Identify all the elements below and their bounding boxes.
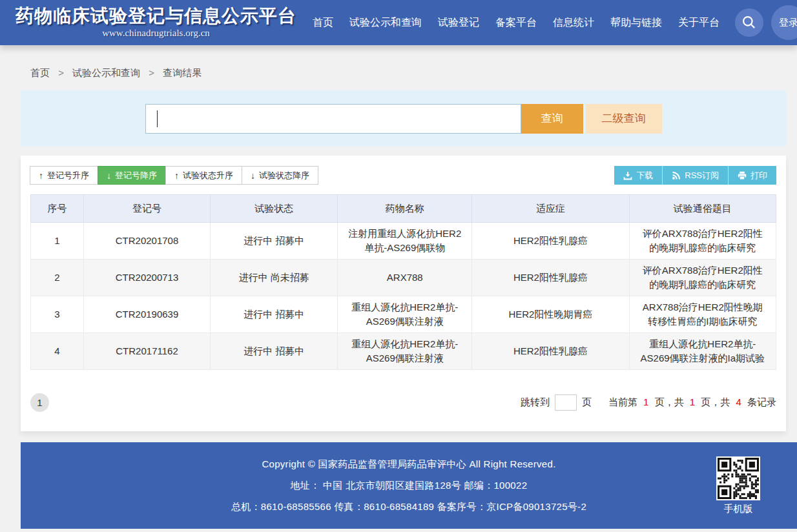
summary-mid: 页，共 bbox=[701, 396, 730, 407]
search-band: 查询 二级查询 bbox=[21, 90, 786, 147]
cell-trial-status: 进行中 招募中 bbox=[211, 223, 338, 260]
nav-item-about[interactable]: 关于平台 bbox=[678, 16, 719, 30]
cell-drug-name: 注射用重组人源化抗HER2单抗-AS269偶联物 bbox=[338, 223, 472, 260]
cell-trial-status: 进行中 招募中 bbox=[211, 296, 338, 333]
arrow-down-icon: ↓ bbox=[251, 170, 255, 181]
col-header-index: 序号 bbox=[31, 195, 84, 223]
table-row[interactable]: 1 CTR20201708 进行中 招募中 注射用重组人源化抗HER2单抗-AS… bbox=[31, 223, 776, 260]
cell-indication: HER2阳性晚期胃癌 bbox=[472, 296, 629, 333]
search-icon bbox=[741, 14, 758, 31]
action-label: RSS订阅 bbox=[685, 170, 719, 181]
jump-unit: 页 bbox=[582, 396, 592, 409]
results-table: 序号 登记号 试验状态 药物名称 适应症 试验通俗题目 1 CTR2020170… bbox=[30, 194, 776, 370]
cell-trial-title: 评价ARX788治疗HER2阳性的晚期乳腺癌的临床研究 bbox=[629, 260, 776, 296]
site-title: 药物临床试验登记与信息公示平台 bbox=[16, 6, 296, 26]
cell-indication: HER2阳性乳腺癌 bbox=[472, 333, 629, 370]
arrow-down-icon: ↓ bbox=[107, 170, 111, 181]
action-label: 下载 bbox=[636, 170, 653, 181]
breadcrumb: 首页 > 试验公示和查询 > 查询结果 bbox=[0, 45, 797, 90]
sort-status-desc-button[interactable]: ↓ 试验状态降序 bbox=[242, 166, 318, 185]
cell-drug-name: ARX788 bbox=[338, 260, 472, 296]
cell-index: 3 bbox=[31, 296, 84, 333]
breadcrumb-trial-search[interactable]: 试验公示和查询 bbox=[72, 67, 140, 78]
jump-label: 跳转到 bbox=[521, 396, 550, 409]
mobile-version-label: 手机版 bbox=[716, 503, 760, 515]
header-search-button[interactable] bbox=[735, 8, 763, 37]
cell-registration-no: CTR20200713 bbox=[83, 260, 210, 296]
text-caret bbox=[157, 110, 158, 127]
table-row[interactable]: 3 CTR20190639 进行中 招募中 重组人源化抗HER2单抗-AS269… bbox=[31, 296, 776, 333]
cell-registration-no: CTR20171162 bbox=[83, 333, 210, 370]
cell-index: 2 bbox=[31, 260, 84, 296]
sort-status-asc-button[interactable]: ↑ 试验状态升序 bbox=[165, 166, 242, 185]
breadcrumb-separator: > bbox=[58, 67, 64, 78]
cell-trial-status: 进行中 招募中 bbox=[211, 333, 338, 370]
results-card: ↑ 登记号升序 ↓ 登记号降序 ↑ 试验状态升序 ↓ 试验状态降序 bbox=[21, 156, 786, 431]
cell-indication: HER2阳性乳腺癌 bbox=[472, 223, 629, 260]
pagination: 1 跳转到 页 当前第 1 页，共 1 页，共 4 条记录 bbox=[30, 393, 776, 412]
print-icon bbox=[738, 171, 747, 180]
nav-item-help-links[interactable]: 帮助与链接 bbox=[610, 16, 662, 30]
action-button-group: 下载 RSS订阅 bbox=[614, 166, 776, 185]
search-box: 查询 二级查询 bbox=[145, 104, 662, 134]
sort-regno-desc-button[interactable]: ↓ 登记号降序 bbox=[98, 166, 166, 185]
col-header-trial-status: 试验状态 bbox=[211, 195, 338, 223]
site-header: 药物临床试验登记与信息公示平台 www.chinadrugtrials.org.… bbox=[0, 0, 797, 45]
sort-label: 登记号升序 bbox=[47, 170, 89, 181]
col-header-trial-title: 试验通俗题目 bbox=[629, 195, 776, 223]
qr-code-image bbox=[718, 458, 759, 499]
login-label: 登录 bbox=[779, 17, 797, 29]
site-logo[interactable]: 药物临床试验登记与信息公示平台 www.chinadrugtrials.org.… bbox=[16, 6, 296, 39]
search-input[interactable] bbox=[145, 104, 521, 134]
cell-trial-title: 评价ARX788治疗HER2阳性的晚期乳腺癌的临床研究 bbox=[629, 223, 776, 260]
cell-trial-status: 进行中 尚未招募 bbox=[211, 260, 338, 296]
results-toolbar: ↑ 登记号升序 ↓ 登记号降序 ↑ 试验状态升序 ↓ 试验状态降序 bbox=[30, 166, 776, 185]
total-records-number: 4 bbox=[736, 396, 741, 407]
sort-label: 登记号降序 bbox=[115, 170, 157, 181]
col-header-drug-name: 药物名称 bbox=[338, 195, 472, 223]
table-row[interactable]: 2 CTR20200713 进行中 尚未招募 ARX788 HER2阳性乳腺癌 … bbox=[31, 260, 776, 296]
cell-drug-name: 重组人源化抗HER2单抗-AS269偶联注射液 bbox=[338, 296, 472, 333]
download-icon bbox=[623, 171, 632, 180]
jump-page-input[interactable] bbox=[555, 394, 577, 411]
print-button[interactable]: 打印 bbox=[728, 166, 776, 185]
action-label: 打印 bbox=[750, 170, 767, 181]
main-nav: 首页 试验公示和查询 试验登记 备案平台 信息统计 帮助与链接 关于平台 bbox=[296, 16, 719, 30]
cell-trial-title: 重组人源化抗HER2单抗-AS269偶联注射液的Ia期试验 bbox=[629, 333, 776, 370]
rss-button[interactable]: RSS订阅 bbox=[662, 166, 728, 185]
nav-item-trial-search[interactable]: 试验公示和查询 bbox=[349, 16, 422, 30]
sort-button-group: ↑ 登记号升序 ↓ 登记号降序 ↑ 试验状态升序 ↓ 试验状态降序 bbox=[30, 166, 318, 185]
query-button[interactable]: 查询 bbox=[521, 104, 583, 134]
login-button[interactable]: 登录 bbox=[771, 5, 797, 40]
advanced-query-button[interactable]: 二级查询 bbox=[586, 104, 662, 134]
breadcrumb-home[interactable]: 首页 bbox=[30, 67, 50, 78]
mobile-qr-code bbox=[716, 456, 760, 500]
col-header-registration-no: 登记号 bbox=[83, 195, 210, 223]
footer-address: 地址： 中国 北京市朝阳区建国路128号 邮编：100022 bbox=[21, 480, 797, 492]
cell-trial-title: ARX788治疗HER2阳性晚期转移性胃癌的I期临床研究 bbox=[629, 296, 776, 333]
table-row[interactable]: 4 CTR20171162 进行中 招募中 重组人源化抗HER2单抗-AS269… bbox=[31, 333, 776, 370]
search-input-wrap bbox=[145, 104, 521, 134]
nav-item-trial-register[interactable]: 试验登记 bbox=[438, 16, 479, 30]
rss-icon bbox=[672, 171, 681, 180]
summary-mid: 页，共 bbox=[655, 396, 684, 407]
cell-registration-no: CTR20190639 bbox=[83, 296, 210, 333]
footer-copyright: Copyright © 国家药品监督管理局药品审评中心 All Right Re… bbox=[21, 458, 797, 471]
cell-index: 4 bbox=[31, 333, 84, 370]
sort-regno-asc-button[interactable]: ↑ 登记号升序 bbox=[30, 166, 98, 185]
col-header-indication: 适应症 bbox=[472, 195, 629, 223]
arrow-up-icon: ↑ bbox=[39, 170, 43, 181]
footer-contact: 总机：8610-68585566 传真：8610-68584189 备案序号：京… bbox=[21, 501, 797, 513]
summary-suffix: 条记录 bbox=[747, 396, 776, 407]
download-button[interactable]: 下载 bbox=[614, 166, 662, 185]
nav-item-statistics[interactable]: 信息统计 bbox=[553, 16, 594, 30]
breadcrumb-current: 查询结果 bbox=[163, 67, 202, 78]
cell-drug-name: 重组人源化抗HER2单抗-AS269偶联注射液 bbox=[338, 333, 472, 370]
page-1-button[interactable]: 1 bbox=[30, 393, 49, 412]
nav-item-filing-platform[interactable]: 备案平台 bbox=[495, 16, 537, 30]
nav-item-home[interactable]: 首页 bbox=[313, 16, 333, 30]
summary-prefix: 当前第 bbox=[608, 396, 637, 407]
site-url: www.chinadrugtrials.org.cn bbox=[16, 28, 296, 39]
total-pages-number: 1 bbox=[690, 396, 695, 407]
current-page-number: 1 bbox=[643, 396, 648, 407]
